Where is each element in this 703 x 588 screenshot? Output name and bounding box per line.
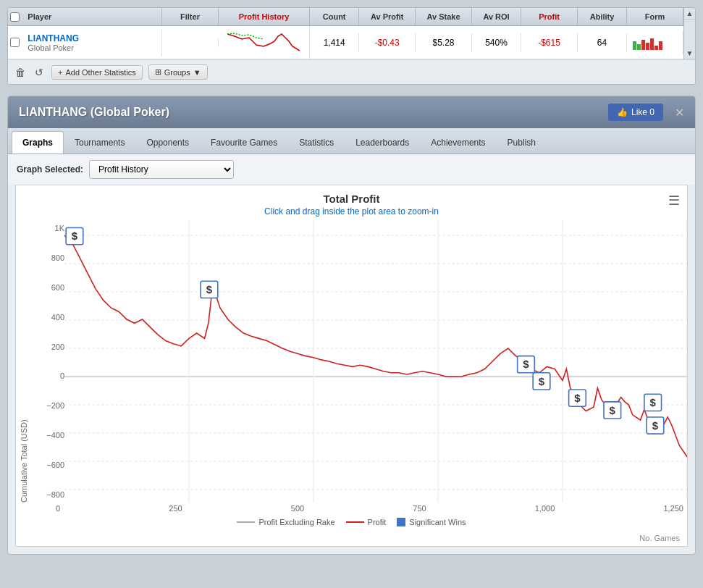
like-button[interactable]: 👍 Like 0: [608, 104, 663, 121]
svg-text:$: $: [72, 231, 78, 243]
legend-line-dashed: [237, 521, 255, 523]
dropdown-arrow-icon: ▼: [193, 68, 201, 77]
x-tick: 0: [56, 504, 60, 513]
form-bars: [633, 35, 677, 50]
sparkline-chart: [227, 30, 300, 52]
graph-selector-bar: Graph Selected: Profit History ROI Histo…: [8, 154, 695, 185]
player-name[interactable]: LIANTHANG: [28, 33, 156, 43]
scroll-down-arrow[interactable]: ▼: [684, 48, 696, 59]
x-axis-label: No. Games: [639, 534, 680, 542]
legend-profit: Profit: [346, 518, 387, 526]
scroll-up-arrow[interactable]: ▲: [684, 8, 696, 20]
av-profit-cell: -$0.43: [359, 33, 416, 52]
col-form: Form: [627, 8, 683, 25]
svg-text:$: $: [206, 284, 213, 295]
form-bar: [637, 44, 641, 50]
col-profit: Profit: [521, 8, 578, 25]
legend-label-profit: Profit: [368, 518, 387, 526]
tab-tournaments[interactable]: Tournaments: [64, 131, 135, 154]
chart-legend: Profit Excluding Rake Profit Significant…: [16, 514, 687, 532]
svg-text:$: $: [539, 376, 545, 387]
legend-significant-wins: Significant Wins: [397, 518, 466, 526]
svg-text:$: $: [650, 397, 657, 408]
scroll-bar[interactable]: ▲ ▼: [683, 8, 695, 59]
legend-profit-ex-rake: Profit Excluding Rake: [237, 518, 334, 526]
profit-chart-svg[interactable]: $ $ $ $ $ $: [64, 220, 687, 503]
legend-line-solid: [346, 521, 364, 523]
col-player: Player: [22, 8, 162, 25]
graph-selector-label: Graph Selected:: [17, 164, 83, 175]
col-filter: Filter: [162, 8, 219, 25]
col-profit-history: Profit History: [219, 8, 310, 25]
legend-label-significant-wins: Significant Wins: [409, 518, 466, 526]
form-bar: [650, 38, 654, 50]
groups-icon: ⊞: [155, 67, 161, 77]
row-checkbox[interactable]: [10, 38, 20, 47]
y-tick: −800: [32, 490, 64, 499]
y-tick: 200: [32, 343, 64, 351]
form-bar: [641, 40, 645, 50]
av-stake-cell: $5.28: [416, 33, 472, 52]
table-row[interactable]: LIANTHANG Global Poker 1,414 -$0.43 $5.2…: [8, 26, 683, 59]
col-count: Count: [310, 8, 359, 25]
form-cell: [627, 31, 683, 54]
delete-icon[interactable]: 🗑: [14, 66, 27, 79]
chart-menu-icon[interactable]: ☰: [668, 193, 680, 209]
chart-container: Total Profit Click and drag inside the p…: [15, 185, 688, 547]
form-bar: [633, 41, 636, 50]
tab-graphs[interactable]: Graphs: [12, 131, 64, 154]
tab-opponents[interactable]: Opponents: [135, 131, 200, 154]
svg-text:$: $: [574, 392, 581, 404]
select-all-checkbox[interactable]: [10, 12, 20, 22]
ability-cell: 64: [578, 33, 627, 52]
player-site: Global Poker: [28, 43, 156, 52]
header-checkbox-col: [8, 8, 22, 25]
row-checkbox-col: [8, 38, 22, 47]
tab-statistics[interactable]: Statistics: [288, 131, 345, 154]
form-bar: [659, 41, 662, 50]
detail-title: LIANTHANG (Global Poker): [19, 106, 169, 119]
svg-text:$: $: [610, 405, 616, 416]
y-tick: −600: [32, 461, 64, 469]
refresh-icon[interactable]: ↺: [33, 66, 46, 79]
tab-bar: Graphs Tournaments Opponents Favourite G…: [8, 128, 695, 154]
col-av-roi: Av ROI: [472, 8, 521, 25]
chart-title: Total Profit: [16, 185, 687, 206]
y-tick: −200: [32, 401, 64, 410]
tab-publish[interactable]: Publish: [497, 131, 547, 154]
legend-box-significant: [397, 518, 405, 526]
x-tick: 1,250: [663, 504, 683, 513]
col-av-stake: Av Stake: [416, 8, 472, 25]
count-cell: 1,414: [310, 33, 359, 52]
groups-label: Groups: [164, 68, 190, 77]
filter-cell: [162, 38, 219, 47]
y-tick: −400: [32, 431, 64, 440]
add-statistics-label: Add Other Statistics: [65, 68, 135, 77]
form-bar: [646, 43, 649, 50]
y-tick: 0: [32, 371, 64, 380]
player-cell: LIANTHANG Global Poker: [22, 29, 162, 56]
table-header: Player Filter Profit History Count Av Pr…: [8, 8, 683, 26]
y-axis-label: Cumulative Total (USD): [16, 220, 32, 503]
detail-header: LIANTHANG (Global Poker) 👍 Like 0 ✕: [8, 96, 695, 128]
profit-history-cell: [219, 26, 310, 59]
x-tick: 250: [169, 504, 182, 513]
player-table: Player Filter Profit History Count Av Pr…: [7, 7, 696, 85]
tab-achievements[interactable]: Achievements: [420, 131, 496, 154]
form-bar: [654, 46, 658, 50]
svg-text:$: $: [652, 420, 659, 432]
av-roi-cell: 540%: [472, 33, 521, 52]
like-label: Like 0: [631, 107, 654, 117]
thumbs-up-icon: 👍: [617, 107, 628, 117]
col-ability: Ability: [578, 8, 627, 25]
x-axis-ticks: 0 250 500 750 1,000 1,250: [56, 503, 683, 514]
tab-leaderboards[interactable]: Leaderboards: [345, 131, 420, 154]
groups-button[interactable]: ⊞ Groups ▼: [148, 64, 208, 80]
add-statistics-button[interactable]: + Add Other Statistics: [51, 65, 143, 80]
tab-favourite-games[interactable]: Favourite Games: [200, 131, 288, 154]
graph-select-dropdown[interactable]: Profit History ROI History Stake History: [89, 160, 234, 179]
close-button[interactable]: ✕: [675, 106, 684, 119]
col-av-profit: Av Profit: [359, 8, 416, 25]
y-axis-ticks: 1K 800 600 400 200 0 −200 −400 −600 −800: [32, 220, 64, 503]
y-tick: 800: [32, 253, 64, 262]
